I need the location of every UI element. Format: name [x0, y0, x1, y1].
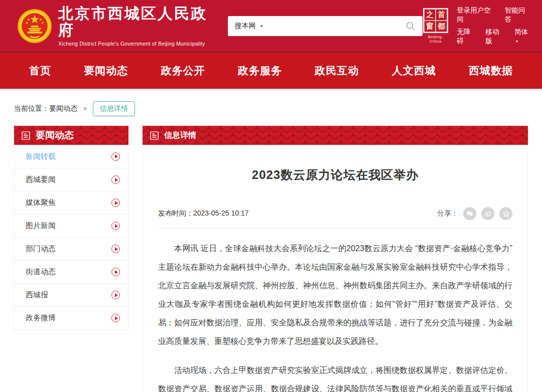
article-paragraph: 本网讯 近日，全球金融科技大会系列论坛之一的2023数云原力大会 “数据资产·金…: [158, 239, 512, 350]
sidebar-item-street-updates[interactable]: 街道动态: [15, 260, 128, 283]
breadcrumb-label: 当前位置：: [14, 104, 49, 113]
nav-item-interaction[interactable]: 政民互动: [315, 64, 359, 78]
sidebar-item-label: 部门动态: [26, 244, 56, 254]
content-area: 要闻动态 新闻转载 西城要闻 媒体聚焦 图片新闻 部门动态: [14, 126, 528, 392]
mobile-version-link[interactable]: 移动版: [486, 28, 505, 46]
circle-arrow-icon: [111, 152, 120, 161]
language-label: 简体: [514, 28, 528, 36]
smart-qa-link[interactable]: 智能问答: [505, 6, 531, 24]
site-subtitle: Xicheng District People's Government of …: [58, 41, 219, 47]
nav-item-home[interactable]: 首页: [29, 64, 51, 78]
header-right: 之 首 窗 都 Beijing-China 登录用户空间 智能问答 无障碍 移动…: [423, 3, 531, 49]
nav-item-gov-affairs-open[interactable]: 政务公开: [161, 64, 205, 78]
circle-arrow-icon: [111, 245, 120, 253]
search-scope-dropdown[interactable]: 搜本网 ▾: [235, 22, 263, 31]
publish-time-value: 2023-05-25 10:17: [193, 209, 249, 217]
document-icon: [150, 131, 159, 140]
share-label: 分享：: [437, 209, 458, 218]
sidebar-item-photo-news[interactable]: 图片新闻: [15, 214, 128, 237]
breadcrumb-separator: >: [83, 105, 87, 112]
national-emblem-logo: [17, 9, 52, 44]
cap-char: 都: [436, 21, 447, 32]
nav-item-culture[interactable]: 人文西城: [392, 64, 436, 78]
breadcrumb-current-badge[interactable]: 信息详情: [93, 101, 135, 116]
sidebar-item-label: 街道动态: [26, 267, 56, 277]
search-bar: 搜本网 ▾: [228, 16, 423, 36]
sidebar-item-label: 西城报: [26, 290, 48, 300]
sidebar-item-label: 媒体聚焦: [26, 198, 56, 208]
main-navigation: 首页 要闻动态 政务公开 政务服务 政民互动 人文西城 西城数据: [0, 52, 542, 89]
login-user-space-link[interactable]: 登录用户空间: [457, 6, 496, 24]
article-title: 2023数云原力论坛在我区举办: [158, 145, 512, 183]
circle-arrow-icon: [111, 291, 120, 299]
article-content: 本网讯 近日，全球金融科技大会系列论坛之一的2023数云原力大会 “数据资产·金…: [158, 239, 512, 392]
breadcrumb: 当前位置： 要闻动态 > 信息详情: [0, 89, 542, 126]
wechat-share-icon[interactable]: [463, 207, 476, 220]
article-paragraph: 活动现场，六合上甲数据资产研究实验室正式揭牌成立，将围绕数据权属界定、数据评估定…: [158, 361, 512, 392]
sidebar-item-department-updates[interactable]: 部门动态: [15, 237, 128, 260]
circle-arrow-icon: [111, 199, 120, 207]
accessibility-link[interactable]: 无障碍: [457, 28, 476, 46]
circle-arrow-icon: [111, 268, 120, 276]
search-icon[interactable]: [405, 21, 416, 31]
star-share-icon[interactable]: [499, 207, 512, 220]
sidebar-item-label: 新闻转载: [26, 152, 56, 161]
sidebar-item-label: 图片新闻: [26, 221, 56, 231]
weibo-share-icon[interactable]: [481, 207, 494, 220]
circle-arrow-icon: [111, 222, 120, 230]
article-panel-header: 信息详情: [143, 126, 528, 145]
site-header: 北京市西城区人民政府 Xicheng District People's Gov…: [0, 0, 542, 52]
capital-window-logo[interactable]: 之 首 窗 都 Beijing-China: [423, 8, 449, 44]
cap-char: 窗: [424, 21, 436, 32]
nav-item-news[interactable]: 要闻动态: [84, 64, 128, 78]
sidebar-item-label: 西城要闻: [26, 175, 56, 184]
search-scope-label: 搜本网: [235, 22, 256, 31]
sidebar-item-label: 政务微博: [26, 313, 56, 323]
cap-char: 之: [424, 9, 436, 21]
sidebar-item-xicheng-news[interactable]: 西城要闻: [15, 168, 128, 191]
header-links: 登录用户空间 智能问答 无障碍 移动版 简体▾: [457, 3, 531, 49]
sidebar-item-gov-weibo[interactable]: 政务微博: [15, 306, 128, 329]
language-dropdown[interactable]: 简体▾: [514, 28, 531, 46]
article-panel: 信息详情 2023数云原力论坛在我区举办 发布时间：2023-05-25 10:…: [143, 126, 528, 392]
sidebar-item-xicheng-daily[interactable]: 西城报: [15, 283, 128, 306]
capital-window-grid: 之 首 窗 都: [423, 8, 448, 33]
sidebar-list: 新闻转载 西城要闻 媒体聚焦 图片新闻 部门动态 街道动态: [14, 145, 128, 330]
article-body-panel: 2023数云原力论坛在我区举办 发布时间：2023-05-25 10:17 分享…: [143, 145, 528, 392]
circle-arrow-icon: [111, 175, 120, 184]
site-title: 北京市西城区人民政府: [58, 5, 219, 38]
search-input[interactable]: [266, 22, 401, 30]
publish-time: 发布时间：2023-05-25 10:17: [158, 209, 249, 218]
share-bar: 分享：: [437, 207, 512, 220]
breadcrumb-section-link[interactable]: 要闻动态: [49, 104, 77, 113]
circle-arrow-icon: [111, 314, 120, 322]
chevron-down-icon: ▾: [516, 39, 518, 44]
article-meta: 发布时间：2023-05-25 10:17 分享：: [158, 207, 512, 229]
sidebar-header: 要闻动态: [14, 126, 128, 145]
site-identity: 北京市西城区人民政府 Xicheng District People's Gov…: [58, 5, 219, 47]
chevron-down-icon: ▾: [260, 24, 263, 29]
publish-time-label: 发布时间：: [158, 209, 193, 217]
sidebar-item-news-repost[interactable]: 新闻转载: [15, 145, 128, 168]
sidebar-item-media-focus[interactable]: 媒体聚焦: [15, 191, 128, 214]
nav-item-data[interactable]: 西城数据: [469, 64, 513, 78]
document-icon: [21, 131, 31, 140]
cap-char: 首: [436, 9, 447, 21]
sidebar-title: 要闻动态: [36, 129, 74, 142]
sidebar: 要闻动态 新闻转载 西城要闻 媒体聚焦 图片新闻 部门动态: [14, 126, 128, 330]
article-panel-title: 信息详情: [164, 130, 196, 141]
nav-item-gov-services[interactable]: 政务服务: [238, 64, 282, 78]
capital-window-caption: Beijing-China: [423, 35, 449, 44]
